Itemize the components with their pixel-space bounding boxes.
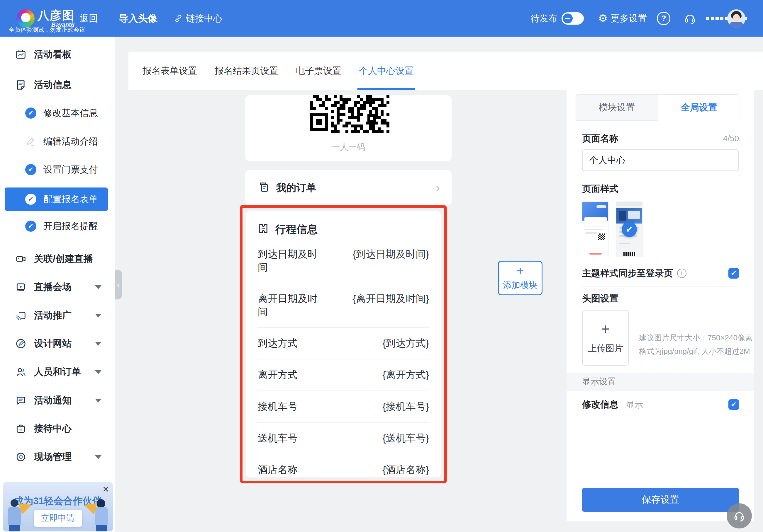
link-center-button[interactable]: 链接中心	[173, 12, 222, 25]
trip-row-hotel-name: 酒店名称 {酒店名称}	[257, 454, 430, 478]
add-module-button[interactable]: + 添加模块	[498, 261, 542, 295]
my-orders-module-card[interactable]: 我的订单 ›	[245, 170, 452, 206]
help-button[interactable]: ?	[657, 12, 670, 25]
check-circle-icon: ✔	[25, 194, 36, 205]
cast-icon	[15, 310, 26, 321]
trip-row-departure-datetime: 离开日期及时间 {离开日期及时间}	[257, 283, 430, 328]
trip-row-arrival-datetime: 到达日期及时间 {到达日期及时间}	[257, 239, 430, 283]
sidebar-item-event-info[interactable]: 活动信息	[0, 74, 115, 96]
qr-code-image	[307, 95, 389, 134]
qr-caption: 一人一码	[245, 141, 452, 153]
live-screen-icon	[15, 282, 26, 293]
floating-support-button[interactable]	[727, 503, 752, 528]
page-style-option-2-selected[interactable]: ✔	[616, 202, 642, 257]
tab-signup-result-settings[interactable]: 报名结果页设置	[215, 52, 278, 90]
chevron-right-icon: ›	[436, 181, 440, 195]
plus-icon: +	[517, 265, 524, 277]
sidebar-item-people-orders[interactable]: 人员和订单	[0, 362, 115, 383]
link-center-label: 链接中心	[186, 12, 222, 25]
pencil-icon	[25, 136, 36, 147]
sidebar-item-signup-form[interactable]: ✔ 配置报名表单	[5, 188, 108, 211]
sidebar-item-onsite-management[interactable]: 现场管理	[0, 446, 115, 468]
trip-info-module-card[interactable]: 行程信息 到达日期及时间 {到达日期及时间} 离开日期及时间 {离开日期及时间}…	[246, 211, 441, 477]
publish-status-label: 待发布	[531, 12, 557, 24]
sidebar-item-live-venue[interactable]: 直播会场	[0, 277, 115, 298]
sidebar-item-reception-center[interactable]: 接待中心	[0, 418, 115, 439]
my-orders-label: 我的订单	[276, 181, 316, 195]
avatar-face	[733, 14, 740, 22]
page-style-label: 页面样式	[582, 183, 739, 195]
headset-icon	[733, 509, 746, 522]
calendar-chart-icon	[15, 49, 26, 60]
modify-info-state: 显示	[626, 399, 643, 411]
promo-illustration-left	[4, 499, 25, 531]
sidebar: 活动看板 活动信息 ✔ 修改基本信息 编辑活动介绍 ✔ 设置门票支付 ✔ 配置报…	[0, 37, 115, 532]
chevron-down-icon	[95, 455, 101, 459]
sidebar-item-signup-reminder[interactable]: ✔ 开启报名提醒	[0, 216, 115, 237]
chevron-down-icon	[95, 314, 101, 317]
page-name-label: 页面名称	[582, 133, 618, 145]
selected-module-highlight: 行程信息 到达日期及时间 {到达日期及时间} 离开日期及时间 {离开日期及时间}…	[240, 205, 447, 484]
suitcase-icon	[15, 423, 26, 434]
chevron-down-icon	[95, 399, 101, 402]
import-avatar-button[interactable]: 导入头像	[119, 12, 158, 25]
avatar-body	[729, 22, 743, 28]
settings-ring-icon	[15, 451, 26, 463]
document-icon	[15, 79, 26, 91]
qr-code-module-card[interactable]: 一人一码	[245, 95, 452, 161]
sidebar-item-ticket-payment[interactable]: ✔ 设置门票支付	[0, 159, 115, 180]
orders-icon	[258, 181, 270, 195]
panel-tab-bar: 模块设置 全局设置	[576, 94, 740, 121]
sidebar-item-edit-basic-info[interactable]: ✔ 修改基本信息	[0, 103, 115, 124]
trip-row-arrival-method: 到达方式 {到达方式}	[257, 328, 430, 359]
tab-module-settings[interactable]: 模块设置	[576, 94, 658, 121]
save-settings-button[interactable]: 保存设置	[582, 488, 739, 512]
theme-sync-label: 主题样式同步至登录页	[582, 267, 673, 280]
tab-personal-center-settings[interactable]: 个人中心设置	[359, 52, 413, 90]
chevron-down-icon	[95, 285, 101, 289]
promo-illustration-right	[91, 499, 112, 531]
top-header: 八彦图 Bayantu 全员体验测试，勿发正式会议 返回 导入头像 链接中心 待…	[0, 0, 763, 37]
upload-hint-text: 建议图片尺寸大小：750×240像素 格式为jpg/png/gif, 大小不超过…	[639, 331, 753, 366]
sidebar-item-live-create[interactable]: 关联/创建直播	[0, 248, 115, 270]
info-icon[interactable]: i	[677, 269, 687, 278]
chevron-down-icon	[95, 370, 101, 374]
modify-info-label: 修改信息	[582, 399, 618, 411]
trip-row-pickup-car: 接机车号 {接机车号}	[257, 391, 430, 423]
tab-eticket-settings[interactable]: 电子票设置	[296, 52, 341, 90]
check-circle-icon: ✔	[25, 164, 36, 175]
theme-sync-checkbox[interactable]: ✔	[728, 268, 739, 279]
toggle-knob-icon	[563, 14, 573, 24]
sidebar-item-design-site[interactable]: 设计网站	[0, 333, 115, 354]
sidebar-item-edit-intro[interactable]: 编辑活动介绍	[0, 131, 115, 152]
plus-icon: +	[601, 321, 610, 337]
sidebar-item-promotion[interactable]: 活动推广	[0, 305, 115, 326]
more-settings-button[interactable]: ⚙ 更多设置	[598, 12, 647, 25]
tab-global-settings[interactable]: 全局设置	[658, 94, 740, 121]
ticket-icon	[257, 222, 270, 237]
brand-logo: 八彦图 Bayantu	[16, 9, 74, 28]
apply-now-button[interactable]: 立即申请	[34, 510, 82, 527]
user-avatar[interactable]	[727, 9, 745, 28]
app-root: 八彦图 Bayantu 全员体验测试，勿发正式会议 返回 导入头像 链接中心 待…	[0, 0, 763, 532]
close-icon[interactable]: ×	[103, 483, 109, 495]
check-circle-icon: ✔	[25, 108, 36, 119]
display-settings-section-label: 显示设置	[567, 373, 754, 391]
publish-toggle[interactable]	[562, 12, 584, 25]
sidebar-item-notifications[interactable]: 活动通知	[0, 390, 115, 411]
sidebar-item-dashboard[interactable]: 活动看板	[0, 44, 115, 65]
more-settings-label: 更多设置	[610, 12, 647, 25]
chevron-down-icon	[95, 342, 101, 346]
check-circle-icon: ✔	[25, 221, 36, 232]
partner-promo-card: × 成为31轻会合作伙伴 立即申请	[3, 482, 113, 531]
panel-divider	[582, 287, 739, 287]
page-name-input[interactable]	[582, 149, 739, 171]
modify-info-checkbox[interactable]: ✔	[728, 399, 739, 410]
page-style-option-1[interactable]	[582, 202, 608, 257]
sidebar-collapse-handle[interactable]: ‹	[115, 270, 122, 300]
back-button[interactable]: 返回	[80, 12, 98, 25]
save-area: 保存设置	[567, 481, 754, 521]
support-headset-button[interactable]	[683, 12, 697, 25]
tab-signup-form-settings[interactable]: 报名表单设置	[143, 52, 197, 90]
upload-image-button[interactable]: + 上传图片	[582, 310, 629, 366]
